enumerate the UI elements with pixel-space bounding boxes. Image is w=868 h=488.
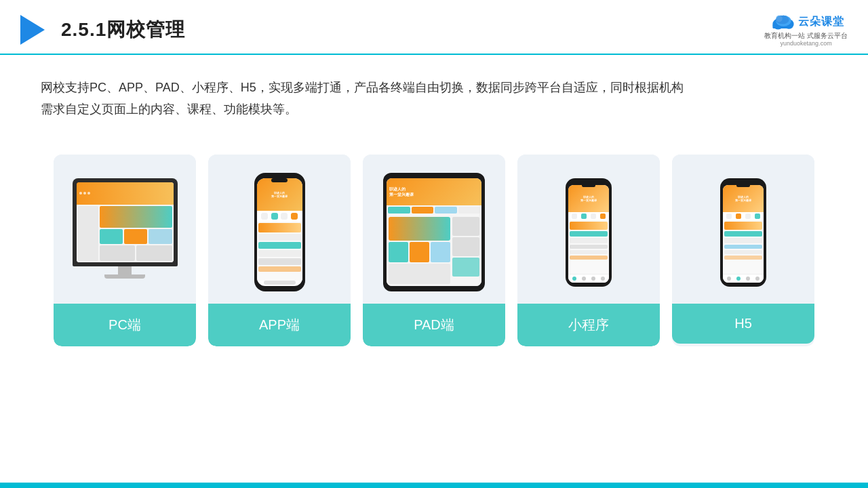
header-left: 2.5.1网校管理	[20, 15, 185, 45]
monitor-screen	[77, 182, 174, 262]
phone-screen: 职迹人的第一堂兴趣课	[257, 178, 302, 286]
cloud-icon	[768, 12, 795, 31]
phone-h5-notch	[736, 184, 750, 187]
description: 网校支持PC、APP、PAD、小程序、H5，实现多端打通，产品各终端自由切换，数…	[0, 55, 868, 127]
card-label-app: APP端	[208, 304, 351, 346]
monitor-border	[73, 178, 178, 266]
pad-device: 职迹人的第一堂兴趣课	[383, 173, 485, 291]
logo-area: 云朵课堂 教育机构一站 式服务云平台 yunduoketang.com	[764, 12, 848, 47]
card-label-pc: PC端	[54, 304, 196, 346]
pc-monitor	[67, 178, 182, 287]
card-image-h5: 职迹人的第一堂兴趣课	[672, 155, 814, 304]
pad-screen: 职迹人的第一堂兴趣课	[387, 178, 481, 286]
description-text: 网校支持PC、APP、PAD、小程序、H5，实现多端打通，产品各终端自由切换，数…	[41, 77, 827, 121]
card-h5: 职迹人的第一堂兴趣课	[672, 155, 814, 346]
card-image-app: 职迹人的第一堂兴趣课	[208, 155, 351, 304]
card-label-miniapp: 小程序	[517, 304, 660, 346]
cards-container: PC端 职迹人的第一堂兴趣课	[0, 134, 868, 346]
card-image-pad: 职迹人的第一堂兴趣课	[363, 155, 505, 304]
logo-cloud: 云朵课堂	[768, 12, 844, 31]
phone-h5: 职迹人的第一堂兴趣课	[720, 178, 766, 287]
card-pad: 职迹人的第一堂兴趣课	[363, 155, 505, 346]
logo-tagline: 教育机构一站 式服务云平台	[764, 31, 848, 40]
logo-text: 云朵课堂	[798, 15, 844, 29]
card-image-miniapp: 职迹人的第一堂兴趣课	[517, 155, 660, 304]
phone-notch	[271, 178, 288, 182]
header: 2.5.1网校管理 云朵课堂 教育机构一站 式服务云平台 yunduoketan…	[0, 0, 868, 55]
svg-point-7	[776, 16, 789, 24]
card-app: 职迹人的第一堂兴趣课	[208, 155, 351, 346]
phone-small-notch	[582, 184, 595, 187]
card-label-pad: PAD端	[363, 304, 505, 346]
play-icon	[20, 15, 45, 45]
page-title: 2.5.1网校管理	[61, 17, 185, 43]
card-label-h5: H5	[672, 304, 814, 344]
card-image-pc	[54, 155, 196, 304]
logo-url: yunduoketang.com	[781, 40, 832, 47]
phone-small-screen: 职迹人的第一堂兴趣课	[568, 185, 609, 283]
bottom-bar	[0, 483, 868, 488]
card-miniapp: 职迹人的第一堂兴趣课	[517, 155, 660, 346]
card-pc: PC端	[54, 155, 196, 346]
phone-miniapp: 职迹人的第一堂兴趣课	[566, 178, 612, 287]
phone-h5-screen: 职迹人的第一堂兴趣课	[723, 185, 764, 283]
phone-app: 职迹人的第一堂兴趣课	[254, 173, 305, 291]
